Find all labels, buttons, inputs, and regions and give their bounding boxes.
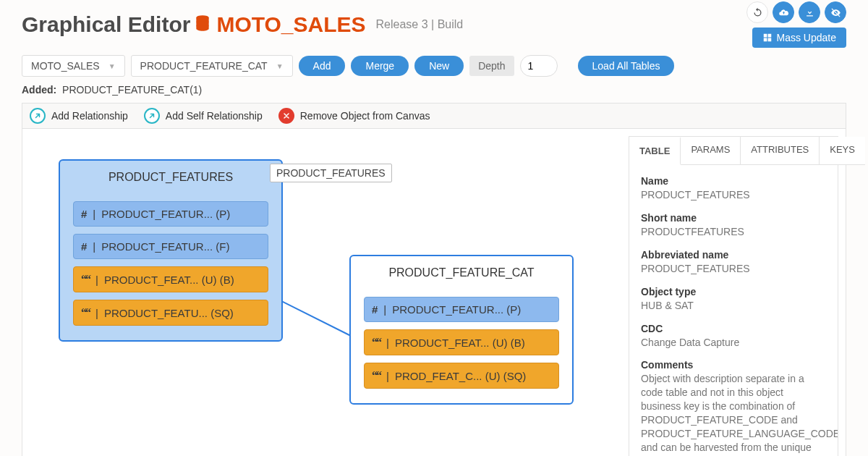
field-comments-value: Object with description separate in a co… — [641, 372, 826, 456]
tab-attributes[interactable]: ATTRIBUTES — [741, 137, 820, 165]
field-abbrname-value: PRODUCT_FEATURES — [641, 262, 826, 276]
field-shortname-label: Short name — [641, 212, 826, 224]
field-name-value: PRODUCT_FEATURES — [641, 188, 826, 202]
mass-update-button[interactable]: Mass Update — [752, 28, 846, 48]
release-label: Release 3 | Build — [376, 18, 464, 31]
field-abbrname-label: Abbreviated name — [641, 249, 826, 261]
details-panel: TABLE PARAMS ATTRIBUTES KEYS NamePRODUCT… — [629, 136, 838, 456]
refresh-button[interactable] — [746, 1, 768, 23]
new-button[interactable]: New — [414, 56, 464, 76]
database-icon — [193, 14, 212, 35]
download-button[interactable] — [799, 1, 820, 23]
eye-off-icon — [830, 7, 841, 18]
column-label: PRODUCT_FEAT... (U) (B) — [395, 337, 525, 349]
add-relationship-button[interactable]: Add Relationship — [30, 108, 128, 124]
mass-update-label: Mass Update — [777, 32, 836, 43]
column-label: PRODUCT_FEAT... (U) (B) — [104, 274, 234, 286]
field-cdc-value: Change Data Capture — [641, 336, 826, 350]
depth-input[interactable] — [520, 55, 558, 77]
field-name-label: Name — [641, 175, 826, 187]
db-select-value: MOTO_SALES — [31, 60, 100, 72]
column-item[interactable]: ““| PRODUCT_FEAT... (U) (B) — [364, 329, 559, 355]
column-item[interactable]: #| PRODUCT_FEATUR... (F) — [73, 234, 268, 259]
hash-icon: # — [81, 240, 87, 253]
add-self-relationship-button[interactable]: Add Self Relationship — [144, 108, 263, 124]
field-comments-label: Comments — [641, 359, 826, 371]
cloud-upload-button[interactable] — [773, 1, 794, 23]
field-shortname-value: PRODUCTFEATURES — [641, 225, 826, 239]
download-icon — [804, 7, 815, 18]
column-label: PRODUCT_FEATUR... (P) — [392, 303, 521, 316]
column-item[interactable]: ““| PRODUCT_FEATU... (SQ) — [73, 300, 268, 326]
add-button[interactable]: Add — [299, 56, 346, 76]
refresh-icon — [752, 7, 763, 18]
relationship-edge — [281, 301, 354, 345]
chevron-down-icon: ▼ — [276, 62, 284, 70]
grid-icon — [762, 33, 773, 43]
remove-object-button[interactable]: Remove Object from Canvas — [278, 108, 430, 124]
column-item[interactable]: ““| PROD_FEAT_C... (U) (SQ) — [364, 363, 559, 389]
table-select-value: PRODUCT_FEATURE_CAT — [140, 60, 268, 72]
add-relationship-label: Add Relationship — [51, 110, 128, 122]
hash-icon: # — [372, 303, 378, 316]
load-all-button[interactable]: Load All Tables — [578, 56, 675, 76]
tab-table[interactable]: TABLE — [629, 137, 681, 165]
relationship-toolbar: Add Relationship Add Self Relationship R… — [22, 103, 846, 129]
field-objtype-label: Object type — [641, 286, 826, 297]
table-select[interactable]: PRODUCT_FEATURE_CAT ▼ — [131, 55, 293, 77]
node-title: PRODUCT_FEATURE_CAT — [364, 263, 559, 290]
visibility-button[interactable] — [825, 1, 846, 23]
column-item[interactable]: #| PRODUCT_FEATUR... (P) — [73, 201, 268, 227]
added-label: Added: — [22, 84, 56, 96]
db-name: MOTO_SALES — [216, 12, 365, 37]
hash-icon: # — [81, 208, 87, 220]
added-value: PRODUCT_FEATURE_CAT(1) — [62, 84, 202, 96]
node-tooltip: PRODUCT_FEATURES — [270, 164, 392, 182]
tab-params[interactable]: PARAMS — [681, 137, 741, 165]
quote-icon: ““ — [372, 336, 380, 349]
quote-icon: ““ — [81, 273, 90, 286]
column-label: PRODUCT_FEATUR... (F) — [101, 240, 229, 253]
page-title: Graphical Editor — [22, 12, 190, 37]
add-self-relationship-label: Add Self Relationship — [166, 110, 263, 122]
quote-icon: ““ — [81, 306, 90, 319]
field-objtype-value: HUB & SAT — [641, 299, 826, 313]
tab-keys[interactable]: KEYS — [820, 137, 865, 165]
arrow-up-right-icon — [30, 108, 46, 124]
canvas[interactable]: PRODUCT_FEATURES #| PRODUCT_FEATUR... (P… — [22, 129, 629, 456]
chevron-down-icon: ▼ — [109, 62, 116, 70]
node-product-features[interactable]: PRODUCT_FEATURES #| PRODUCT_FEATUR... (P… — [59, 159, 283, 342]
close-icon — [278, 108, 294, 124]
depth-label: Depth — [469, 56, 514, 76]
cloud-upload-icon — [778, 7, 789, 18]
field-cdc-label: CDC — [641, 323, 826, 334]
svg-line-2 — [281, 301, 351, 336]
column-label: PRODUCT_FEATUR... (P) — [101, 208, 230, 220]
remove-object-label: Remove Object from Canvas — [300, 110, 430, 122]
node-title: PRODUCT_FEATURES — [73, 168, 268, 194]
column-label: PROD_FEAT_C... (U) (SQ) — [395, 370, 526, 382]
column-label: PRODUCT_FEATU... (SQ) — [104, 307, 234, 319]
column-item[interactable]: #| PRODUCT_FEATUR... (P) — [364, 297, 559, 322]
node-product-feature-cat[interactable]: PRODUCT_FEATURE_CAT #| PRODUCT_FEATUR...… — [349, 255, 574, 405]
column-item[interactable]: ““| PRODUCT_FEAT... (U) (B) — [73, 266, 268, 292]
db-select[interactable]: MOTO_SALES ▼ — [22, 55, 125, 77]
arrow-loop-icon — [144, 108, 160, 124]
quote-icon: ““ — [372, 369, 380, 382]
merge-button[interactable]: Merge — [351, 56, 409, 76]
